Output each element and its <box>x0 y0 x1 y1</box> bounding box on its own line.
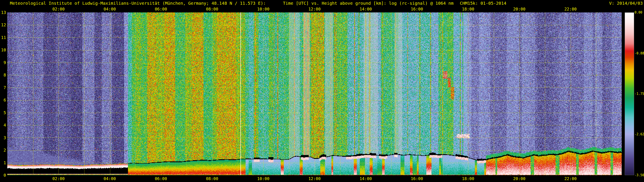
x-tick-label-top: 02:00 <box>52 7 64 11</box>
colorbar-tick-label: -3.50 <box>634 173 644 177</box>
x-tick-label-top: 16:00 <box>411 7 423 11</box>
y-tick-label: 11 <box>1 35 6 40</box>
y-tick-label: 4 <box>4 123 6 127</box>
y-tick-label: 3 <box>4 135 6 140</box>
y-tick-label: 9 <box>4 60 6 65</box>
y-tick-label: 2 <box>4 148 6 152</box>
x-tick-label-bottom: 12:00 <box>308 176 320 181</box>
x-tick-label-top: 06:00 <box>155 7 167 11</box>
screen: Meteorological Institute of Ludwig-Maxim… <box>0 0 644 182</box>
y-tick-label: 12 <box>1 22 6 27</box>
x-tick-label-bottom: 08:00 <box>206 176 218 181</box>
y-tick-label: 0 <box>4 173 6 178</box>
header-instrument-date: CHM15k: 01-05-2014 <box>460 1 506 6</box>
x-tick-label-bottom: 06:00 <box>155 176 167 181</box>
y-tick-label: 13 <box>1 10 6 15</box>
x-tick-label-bottom: 20:00 <box>513 176 525 181</box>
x-tick-label-top: 18:00 <box>462 7 474 11</box>
header-institute: Meteorological Institute of Ludwig-Maxim… <box>10 1 266 6</box>
x-tick-label-top: 12:00 <box>308 7 320 11</box>
x-tick-label-top: 08:00 <box>206 7 218 11</box>
y-tick-label: 8 <box>4 73 6 77</box>
x-tick-label-bottom: 22:00 <box>564 176 576 181</box>
colorbar-tick-label: -1.75 <box>634 92 644 96</box>
y-tick-label: 6 <box>4 98 6 102</box>
x-tick-label-bottom: 18:00 <box>462 176 474 181</box>
heatmap-canvas <box>7 12 622 175</box>
colorbar-canvas <box>625 12 634 175</box>
x-tick-label-bottom: 02:00 <box>52 176 64 181</box>
colorbar-tick-label: -0.88 <box>634 51 644 55</box>
y-tick-label: 7 <box>4 85 6 90</box>
y-tick-label: 5 <box>4 110 6 115</box>
header-version: V: 2014/04/03 <box>609 1 643 6</box>
y-tick-label: 10 <box>1 48 6 52</box>
x-tick-label-bottom: 16:00 <box>411 176 423 181</box>
header-plot-title: Time [UTC] vs. Height above ground [km]:… <box>283 1 454 6</box>
x-tick-label-top: 10:00 <box>257 7 270 11</box>
y-tick-label: 1 <box>4 160 6 165</box>
x-tick-label-bottom: 14:00 <box>360 176 372 181</box>
colorbar-tick-label: -2.62 <box>634 132 644 136</box>
x-tick-label-bottom: 04:00 <box>104 176 116 181</box>
x-tick-label-bottom: 10:00 <box>257 176 270 181</box>
x-tick-label-top: 04:00 <box>104 7 116 11</box>
colorbar-tick-label: 0.00 <box>634 10 642 14</box>
x-tick-label-top: 14:00 <box>360 7 372 11</box>
x-tick-label-top: 20:00 <box>513 7 525 11</box>
x-tick-label-top: 22:00 <box>564 7 576 11</box>
